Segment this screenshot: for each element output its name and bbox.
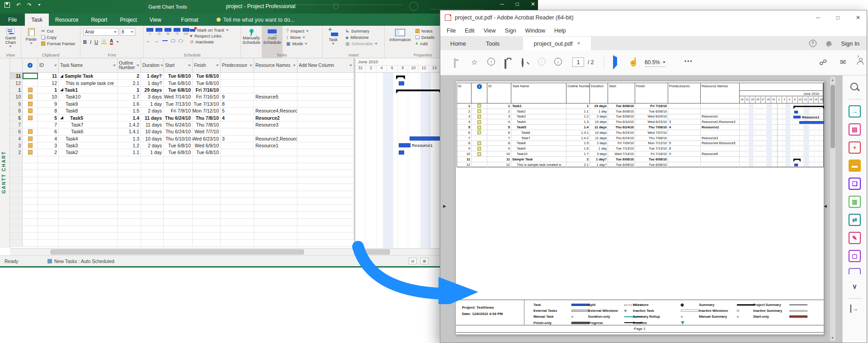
empty-cell[interactable] — [221, 198, 254, 204]
header-task-name[interactable]: Task Name — [59, 58, 118, 72]
insert-milestone-button[interactable]: ◆ Milestone — [345, 35, 377, 40]
scroll-down-icon[interactable]: ▼ — [831, 336, 834, 339]
zoom-level-select[interactable]: 60.5% — [645, 59, 665, 67]
row-number-cell[interactable]: 2 — [10, 149, 23, 155]
empty-cell[interactable] — [38, 233, 59, 239]
resource-cell[interactable]: Resource1 — [254, 142, 297, 149]
filter-caret-icon[interactable] — [160, 65, 163, 66]
format-painter-button[interactable]: Format Painter — [41, 41, 75, 46]
cut-button[interactable]: ✂ Cut — [41, 28, 75, 33]
start-cell[interactable]: Tue 6/8/10 — [164, 80, 193, 86]
finish-cell[interactable]: Thu 7/8/10 — [193, 114, 221, 121]
task-name-cell[interactable]: This is sample task cre — [59, 80, 118, 86]
id-cell[interactable]: 6 — [38, 128, 59, 135]
collapse-triangle-icon[interactable] — [60, 88, 63, 91]
percent-complete-button[interactable]: 0 — [146, 28, 154, 35]
maximize-button[interactable]: □ — [516, 1, 519, 7]
scroll-up-icon[interactable]: ▲ — [831, 78, 834, 81]
mark-on-track-button[interactable]: Mark on Track — [190, 28, 229, 33]
start-cell[interactable]: Tue 6/8/10 — [164, 149, 193, 155]
resource-cell[interactable] — [254, 149, 297, 155]
menu-item[interactable]: File — [447, 28, 456, 34]
resource-cell[interactable]: Resource3 — [254, 122, 297, 128]
task-name-cell[interactable]: Task5 — [59, 114, 118, 121]
gantt-hscrollbar[interactable] — [355, 249, 440, 255]
add-to-timeline-button[interactable]: + Add — [415, 41, 434, 46]
more-tools-chevron[interactable]: ∨ — [849, 280, 861, 292]
notifications-bell-icon[interactable] — [826, 41, 831, 46]
empty-cell[interactable] — [23, 184, 38, 190]
duration-cell[interactable]: 29 days — [141, 87, 164, 93]
page-number-input[interactable]: 1 — [572, 57, 584, 67]
empty-cell[interactable] — [297, 177, 354, 183]
header-duration[interactable]: Duration — [141, 58, 164, 72]
resource-cell[interactable] — [254, 80, 297, 86]
empty-cell[interactable] — [193, 198, 221, 204]
outline-cell[interactable]: 1.4 — [118, 114, 141, 121]
duration-cell[interactable]: 1 day? — [141, 80, 164, 86]
outline-cell[interactable]: 1.1 — [118, 149, 141, 155]
indicator-cell[interactable] — [23, 108, 38, 114]
empty-cell[interactable] — [38, 191, 59, 197]
header-outline-number[interactable]: Outline Number — [118, 58, 141, 72]
document-canvas[interactable]: ID i ID Task Name Outline Numbe Duration… — [440, 75, 867, 343]
add-column-cell[interactable] — [297, 87, 354, 93]
save-icon[interactable] — [5, 2, 10, 8]
start-cell[interactable]: Thu 6/24/10 — [164, 128, 193, 135]
empty-cell[interactable] — [164, 219, 193, 225]
empty-cell[interactable] — [141, 184, 164, 190]
empty-cell[interactable] — [10, 156, 23, 163]
duration-cell[interactable]: 10 days — [141, 128, 164, 135]
more-tools-icon[interactable]: ••• — [684, 58, 693, 65]
empty-cell[interactable] — [193, 212, 221, 218]
empty-cell[interactable] — [38, 170, 59, 176]
indicator-cell[interactable] — [23, 114, 38, 121]
finish-cell[interactable]: Wed 6/9/10 — [193, 142, 221, 149]
filter-caret-icon[interactable] — [188, 65, 191, 66]
empty-cell[interactable] — [297, 156, 354, 163]
row-number-cell[interactable]: 3 — [10, 142, 23, 149]
header-add-new-column[interactable]: Add New Column — [297, 58, 354, 72]
empty-cell[interactable] — [221, 212, 254, 218]
filter-caret-icon[interactable] — [349, 65, 352, 66]
empty-cell[interactable] — [10, 212, 23, 218]
row-number-cell[interactable]: 12 — [10, 80, 23, 86]
empty-cell[interactable] — [141, 177, 164, 183]
outline-cell[interactable]: 1.3 — [118, 136, 141, 142]
gantt-bar[interactable] — [396, 75, 405, 77]
start-cell[interactable]: Fri 7/9/10 — [164, 108, 193, 114]
empty-cell[interactable] — [141, 212, 164, 218]
gantt-bar[interactable] — [399, 81, 404, 85]
filter-caret-icon[interactable] — [54, 65, 57, 66]
row-number-cell[interactable]: 7 — [10, 122, 23, 128]
row-number-cell[interactable]: 5 — [10, 114, 23, 121]
indicator-cell[interactable] — [23, 128, 38, 135]
This is sample task cre[interactable]: 12 12 This is sample task cre 2.1 1 day?… — [10, 80, 354, 86]
outline-cell[interactable]: 1.4.2 — [118, 122, 141, 128]
inspect-button[interactable]: ? Inspect — [286, 28, 309, 33]
empty-cell[interactable] — [10, 198, 23, 204]
empty-cell[interactable] — [23, 212, 38, 218]
filter-caret-icon[interactable] — [293, 65, 296, 66]
id-cell[interactable]: 5 — [38, 114, 59, 121]
outline-cell[interactable]: 1.4.1 — [118, 128, 141, 135]
link-tasks-icon[interactable] — [171, 39, 175, 42]
empty-cell[interactable] — [118, 226, 141, 232]
header-start[interactable]: Start — [164, 58, 193, 72]
task-name-cell[interactable]: Task6 — [59, 128, 118, 135]
empty-cell[interactable] — [59, 177, 118, 183]
empty-cell[interactable] — [193, 163, 221, 169]
find-zoom-icon[interactable] — [849, 81, 861, 93]
empty-cell[interactable] — [164, 163, 193, 169]
Task1[interactable]: 1 1 Task1 1 29 days Tue 6/8/10 Fri 7/16/… — [10, 87, 354, 94]
empty-cell[interactable] — [297, 233, 354, 239]
empty-cell[interactable] — [118, 198, 141, 204]
empty-cell[interactable] — [10, 177, 23, 183]
empty-cell[interactable] — [118, 240, 141, 246]
empty-cell[interactable] — [38, 198, 59, 204]
filter-caret-icon[interactable] — [216, 65, 219, 66]
empty-cell[interactable] — [59, 240, 118, 246]
resource-cell[interactable]: Resource2,Resource3 — [254, 136, 297, 142]
id-cell[interactable]: 7 — [38, 122, 59, 128]
task-name-cell[interactable]: Task4 — [59, 136, 118, 142]
